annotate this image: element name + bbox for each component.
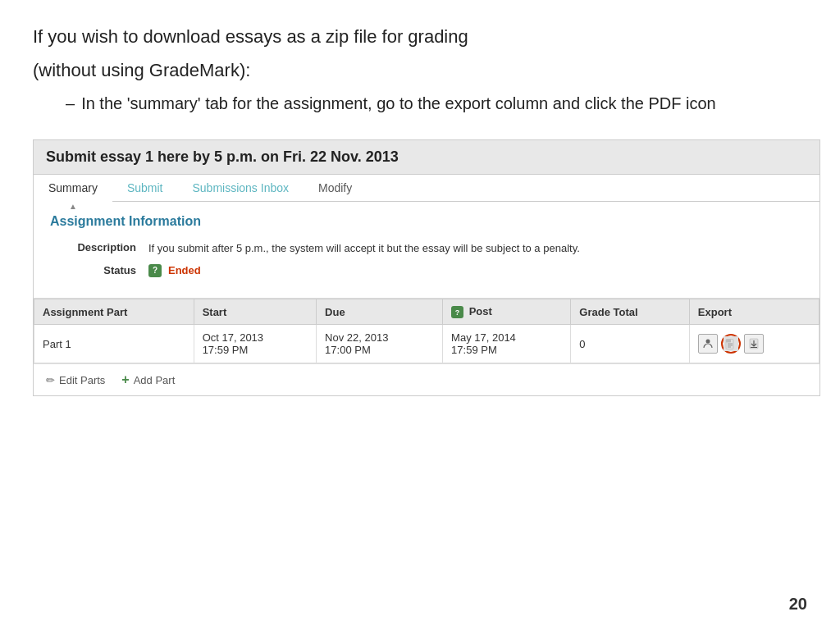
status-label: Status <box>50 264 148 276</box>
cell-post: May 17, 2014 17:59 PM <box>443 325 571 363</box>
due-line2: 17:00 PM <box>325 344 434 356</box>
edit-parts-label: Edit Parts <box>59 374 105 386</box>
svg-rect-2 <box>726 339 731 342</box>
table-row: Part 1 Oct 17, 2013 17:59 PM Nov 22, 201… <box>34 325 819 363</box>
section-title: Assignment Information <box>50 214 803 229</box>
description-value: If you submit after 5 p.m., the system w… <box>148 241 803 256</box>
bullet-dash: – <box>66 92 75 115</box>
pdf-inner-icon <box>724 336 738 351</box>
cell-export <box>689 325 819 363</box>
edit-parts-link[interactable]: ✏ Edit Parts <box>46 372 105 387</box>
intro-section: If you wish to download essays as a zip … <box>33 25 807 115</box>
svg-point-0 <box>705 340 710 344</box>
tab-submit[interactable]: Submit <box>112 175 178 201</box>
download-export-icon[interactable] <box>744 334 764 354</box>
due-line1: Nov 22, 2013 <box>325 331 434 344</box>
assignment-container: Submit essay 1 here by 5 p.m. on Fri. 22… <box>33 139 820 397</box>
cell-due: Nov 22, 2013 17:00 PM <box>317 325 443 363</box>
bullet-item: – In the 'summary' tab for the assignmen… <box>66 92 807 115</box>
start-line2: 17:59 PM <box>203 344 308 356</box>
post-line2: 17:59 PM <box>451 344 562 356</box>
start-line1: Oct 17, 2013 <box>203 331 308 344</box>
status-row: Status ? Ended <box>50 264 803 277</box>
section-title-text: ssignment Information <box>60 214 201 228</box>
col-assignment-part: Assignment Part <box>34 299 194 325</box>
tabs-row: Summary Submit Submissions Inbox Modify <box>34 175 819 202</box>
post-line1: May 17, 2014 <box>451 331 562 344</box>
status-value: Ended <box>168 264 201 276</box>
col-export: Export <box>689 299 819 325</box>
col-start: Start <box>194 299 316 325</box>
pdf-export-icon[interactable] <box>721 334 741 354</box>
bullet-text: In the 'summary' tab for the assignment,… <box>81 92 716 115</box>
pencil-icon: ✏ <box>46 374 55 386</box>
status-question-badge[interactable]: ? <box>148 264 162 277</box>
tab-summary[interactable]: Summary <box>34 175 112 201</box>
assignment-info: Assignment Information Description If yo… <box>34 202 819 299</box>
parts-table: Assignment Part Start Due ? Post Grade T… <box>34 299 819 364</box>
description-row: Description If you submit after 5 p.m., … <box>50 241 803 256</box>
page-number: 20 <box>789 595 807 614</box>
tab-submissions-inbox[interactable]: Submissions Inbox <box>177 175 304 201</box>
post-question-icon[interactable]: ? <box>451 306 463 318</box>
intro-line2: (without using GradeMark): <box>33 58 807 84</box>
cell-grade-total: 0 <box>571 325 689 363</box>
submissions-export-icon[interactable] <box>698 334 718 354</box>
cell-start: Oct 17, 2013 17:59 PM <box>194 325 316 363</box>
export-icons-group <box>698 334 810 354</box>
cell-part: Part 1 <box>34 325 194 363</box>
add-part-label: Add Part <box>134 374 176 386</box>
section-title-prefix: A <box>50 214 60 228</box>
tab-modify[interactable]: Modify <box>304 175 367 201</box>
col-due: Due <box>317 299 443 325</box>
col-post-label: Post <box>469 305 492 317</box>
col-post: ? Post <box>443 299 571 325</box>
add-part-link[interactable]: + Add Part <box>121 372 175 387</box>
col-grade-total: Grade Total <box>571 299 689 325</box>
parts-table-wrapper: Assignment Part Start Due ? Post Grade T… <box>34 299 819 364</box>
description-label: Description <box>50 241 148 256</box>
assignment-header: Submit essay 1 here by 5 p.m. on Fri. 22… <box>34 140 819 175</box>
table-header-row: Assignment Part Start Due ? Post Grade T… <box>34 299 819 325</box>
intro-line1: If you wish to download essays as a zip … <box>33 25 807 50</box>
footer-actions: ✏ Edit Parts + Add Part <box>34 363 819 395</box>
plus-icon: + <box>121 372 129 387</box>
